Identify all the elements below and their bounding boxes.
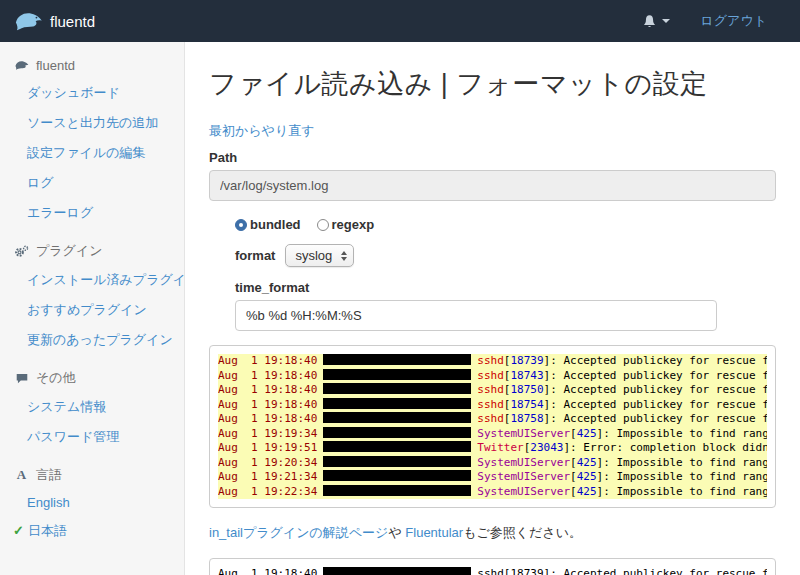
log-token: Aug 1 19:19:51 [218, 441, 317, 454]
notifications-dropdown[interactable] [642, 14, 670, 29]
log-token: Aug 1 19:18:40 [218, 567, 317, 575]
navbar-right: ログアウト [642, 12, 785, 30]
path-label: Path [209, 150, 776, 165]
log-line: Aug 1 19:18:40sshd[18750]: Accepted publ… [218, 383, 767, 398]
caret-down-icon [662, 19, 670, 23]
sidebar-item-english[interactable]: English [0, 489, 184, 516]
page-layout: fluentd ダッシュボードソースと出力先の追加設定ファイルの編集ログエラーロ… [0, 42, 800, 575]
log-token: 18750 [510, 383, 543, 396]
redacted-hostname [323, 354, 471, 365]
log-token: 18758 [510, 412, 543, 425]
radio-bundled[interactable]: bundled [235, 217, 301, 232]
format-select[interactable]: syslog [285, 244, 354, 267]
log-token: Aug 1 19:22:34 [218, 485, 317, 498]
log-token: sshd [477, 398, 504, 411]
sidebar-section-misc: その他 システム情報パスワード管理 [0, 359, 184, 452]
log-line: Aug 1 19:21:34SystemUIServer[425]: Impos… [218, 470, 767, 485]
log-token: SystemUIServer [477, 470, 570, 483]
radio-unselected-icon [317, 219, 329, 231]
sidebar-section-fluentd: fluentd ダッシュボードソースと出力先の追加設定ファイルの編集ログエラーロ… [0, 48, 184, 228]
logout-link[interactable]: ログアウト [700, 12, 767, 30]
time-format-label: time_format [235, 280, 776, 295]
sidebar: fluentd ダッシュボードソースと出力先の追加設定ファイルの編集ログエラーロ… [0, 42, 185, 575]
log-line: Aug 1 19:18:40sshd[18739]: Accepted publ… [218, 354, 767, 369]
log-token: ]: Accepted publickey for rescue from [544, 412, 767, 425]
brand-link[interactable]: fluentd [15, 11, 95, 32]
sidebar-item[interactable]: ダッシュボード [0, 78, 184, 108]
sidebar-items: システム情報パスワード管理 [0, 392, 184, 452]
log-token: Aug 1 19:20:34 [218, 456, 317, 469]
log-line: Aug 1 19:18:40sshd[18758]: Accepted publ… [218, 412, 767, 427]
note-text-mid: や [388, 525, 405, 540]
log-token: [ [570, 485, 577, 498]
log-token: 425 [577, 427, 597, 440]
redacted-hostname [323, 470, 471, 481]
sidebar-item[interactable]: エラーログ [0, 198, 184, 228]
sidebar-item[interactable]: 更新のあったプラグイン [0, 325, 184, 355]
select-arrows-icon [341, 251, 347, 261]
log-token: [ [570, 456, 577, 469]
log-token: Twitter [477, 441, 523, 454]
log-token: 23043 [530, 441, 563, 454]
log-token: ]: Accepted publickey for rescue from [544, 398, 767, 411]
redacted-hostname [323, 567, 471, 575]
log-token: sshd [477, 383, 504, 396]
log-token: 18743 [510, 369, 543, 382]
sidebar-item-label: 日本語 [28, 523, 67, 538]
in-tail-doc-link[interactable]: in_tailプラグインの解説ページ [209, 525, 388, 540]
log-token: ]: Accepted publickey for rescue from [544, 354, 767, 367]
log-token: SystemUIServer [477, 427, 570, 440]
log-token: Aug 1 19:21:34 [218, 470, 317, 483]
log-line: Aug 1 19:19:34SystemUIServer[425]: Impos… [218, 427, 767, 442]
redacted-hostname [323, 485, 471, 496]
sidebar-item-japanese[interactable]: ✓日本語 [0, 516, 184, 546]
sidebar-item[interactable]: システム情報 [0, 392, 184, 422]
sidebar-section-title: その他 [36, 369, 76, 387]
sidebar-section-title: 言語 [36, 466, 62, 484]
log-token: 425 [577, 456, 597, 469]
comment-icon [14, 372, 29, 385]
redacted-hostname [323, 369, 471, 380]
log-token: 18754 [510, 398, 543, 411]
log-line: Aug 1 19:18:40sshd[18743]: Accepted publ… [218, 369, 767, 384]
sidebar-item[interactable]: パスワード管理 [0, 422, 184, 452]
log-token: Aug 1 19:18:40 [218, 412, 317, 425]
sidebar-items: ダッシュボードソースと出力先の追加設定ファイルの編集ログエラーログ [0, 78, 184, 228]
sidebar-item[interactable]: インストール済みプラグイン [0, 265, 184, 295]
log-line: Aug 1 19:18:40sshd[18739]: Accepted publ… [218, 567, 767, 575]
log-line: Aug 1 19:19:51Twitter[23043]: Error: com… [218, 441, 767, 456]
main-content: ファイル読み込み | フォーマットの設定 最初からやり直す Path bundl… [185, 42, 800, 575]
fluentular-link[interactable]: Fluentular [405, 525, 463, 540]
fluentd-logo-icon [15, 11, 43, 32]
log-token: Aug 1 19:18:40 [218, 354, 317, 367]
log-token: Aug 1 19:18:40 [218, 383, 317, 396]
redacted-hostname [323, 427, 471, 438]
log-token: ]: Impossible to find range of [597, 427, 767, 440]
sidebar-items: インストール済みプラグインおすすめプラグイン更新のあったプラグイン [0, 265, 184, 355]
restart-link[interactable]: 最初からやり直す [209, 122, 315, 140]
log-preview-highlighted: Aug 1 19:18:40sshd[18739]: Accepted publ… [209, 345, 776, 508]
log-token: SystemUIServer [477, 456, 570, 469]
radio-regexp[interactable]: regexp [317, 217, 375, 232]
brand-label: fluentd [50, 13, 95, 30]
path-field-group: Path [209, 150, 776, 201]
log-token: 18739 [510, 354, 543, 367]
path-input [209, 170, 776, 201]
sidebar-item[interactable]: 設定ファイルの編集 [0, 138, 184, 168]
reference-note: in_tailプラグインの解説ページや Fluentularもご参照ください。 [209, 524, 776, 542]
sidebar-section-plugins: プラグイン インストール済みプラグインおすすめプラグイン更新のあったプラグイン [0, 232, 184, 355]
log-token: Aug 1 19:18:40 [218, 398, 317, 411]
sidebar-item[interactable]: ログ [0, 168, 184, 198]
redacted-hostname [323, 383, 471, 394]
time-format-input[interactable] [235, 300, 717, 331]
redacted-hostname [323, 456, 471, 467]
log-token: ]: Impossible to find range of [597, 485, 767, 498]
parse-mode-radios: bundled regexp [235, 217, 776, 232]
sidebar-item[interactable]: ソースと出力先の追加 [0, 108, 184, 138]
sidebar-item[interactable]: おすすめプラグイン [0, 295, 184, 325]
sidebar-section-header: fluentd [0, 48, 184, 78]
sidebar-section-header: その他 [0, 359, 184, 392]
radio-regexp-label: regexp [332, 217, 375, 232]
log-token: 425 [577, 485, 597, 498]
navbar: fluentd ログアウト [0, 0, 800, 42]
